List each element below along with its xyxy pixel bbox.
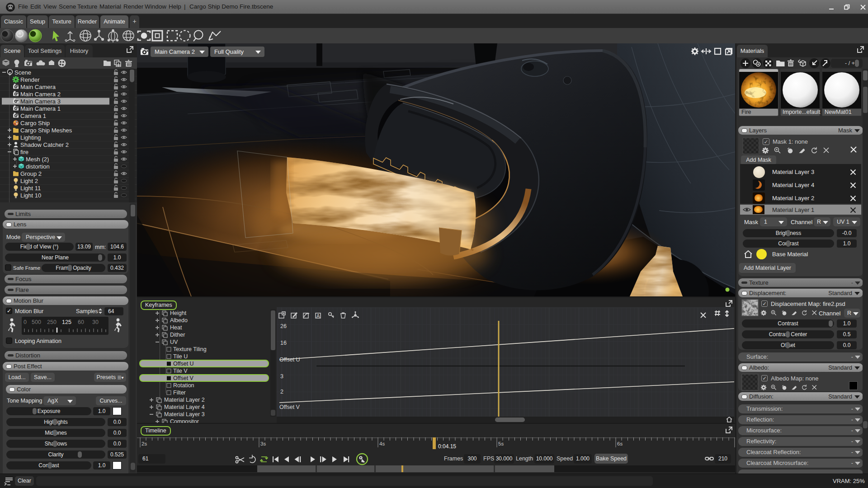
svg-text:60: 60 (78, 319, 84, 325)
svg-text:6s: 6s (617, 441, 623, 446)
svg-text:Cargo Ship Meshes: Cargo Ship Meshes (20, 127, 72, 134)
svg-text:Render: Render (20, 76, 40, 83)
svg-text:Material Layer 4: Material Layer 4 (164, 404, 205, 410)
svg-text:Tile V: Tile V (173, 368, 188, 374)
svg-text:A: A (316, 313, 320, 319)
svg-text:Camera 1: Camera 1 (20, 113, 46, 119)
svg-text:- / +: - / + (845, 60, 855, 66)
svg-text:Scene: Scene (14, 69, 31, 76)
svg-text:Offset V: Offset V (173, 375, 194, 381)
svg-text:4s: 4s (379, 441, 385, 446)
svg-text:26: 26 (280, 323, 287, 329)
svg-text:Main Camera 3: Main Camera 3 (20, 98, 61, 105)
svg-text:Offset V: Offset V (279, 404, 300, 410)
svg-text:0:04.15: 0:04.15 (438, 443, 456, 450)
svg-text:Filter: Filter (173, 389, 186, 396)
svg-text:Light 10: Light 10 (20, 192, 41, 199)
svg-text:Texture Tiling: Texture Tiling (173, 346, 207, 352)
svg-text:Cargo Ship: Cargo Ship (20, 120, 50, 127)
svg-text:Lighting: Lighting (20, 134, 41, 141)
svg-text:30: 30 (92, 319, 99, 325)
svg-text:Dither: Dither (170, 332, 185, 338)
svg-text:Rotation: Rotation (173, 382, 194, 389)
svg-text:Main Camera 2: Main Camera 2 (20, 91, 61, 98)
svg-text:Albedo: Albedo (170, 317, 188, 324)
svg-text:UV: UV (170, 339, 178, 345)
svg-text:Compositor: Compositor (170, 418, 199, 423)
svg-text:distortion: distortion (26, 163, 50, 170)
svg-text:Light 11: Light 11 (20, 185, 41, 192)
svg-text:500: 500 (32, 319, 41, 325)
svg-text:3s: 3s (260, 441, 266, 446)
svg-text:16: 16 (280, 340, 287, 346)
svg-text:125: 125 (62, 319, 71, 325)
svg-text:Material Layer 3: Material Layer 3 (164, 411, 205, 418)
svg-text:Main Camera 1: Main Camera 1 (20, 105, 61, 112)
svg-text:Shadow Catcher 2: Shadow Catcher 2 (20, 141, 69, 148)
svg-text:5s: 5s (498, 441, 504, 446)
svg-text:2s: 2s (142, 441, 147, 446)
svg-text:Height: Height (170, 310, 187, 316)
svg-text:250: 250 (47, 319, 57, 325)
svg-text:Tile U: Tile U (173, 353, 188, 360)
svg-text:Mesh (2): Mesh (2) (26, 156, 49, 163)
svg-text:Offset U: Offset U (279, 357, 300, 363)
svg-text:Main Camera: Main Camera (20, 84, 56, 90)
svg-text:Light 2: Light 2 (20, 178, 38, 184)
svg-text:Offset U: Offset U (173, 361, 194, 367)
svg-text:3: 3 (280, 373, 283, 380)
svg-text:2: 2 (280, 389, 283, 395)
svg-text:Group 2: Group 2 (20, 170, 42, 177)
svg-text:0: 0 (24, 319, 27, 325)
svg-text:Heat: Heat (170, 324, 182, 331)
svg-text:fire: fire (20, 149, 28, 155)
svg-text:Material Layer 2: Material Layer 2 (164, 397, 205, 403)
